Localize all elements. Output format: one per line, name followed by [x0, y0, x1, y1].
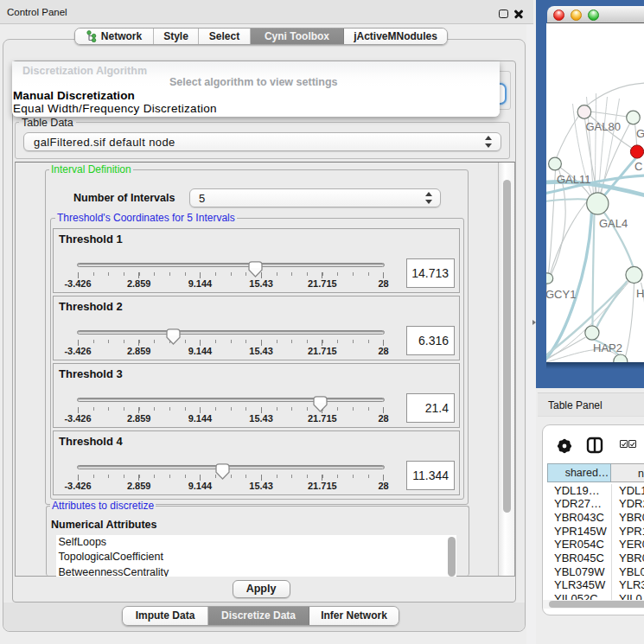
- svg-text:GAL80: GAL80: [585, 120, 620, 133]
- svg-text:GAL11: GAL11: [557, 173, 591, 186]
- svg-text:C: C: [634, 160, 642, 173]
- svg-text:HI: HI: [636, 287, 644, 300]
- svg-text:HAP2: HAP2: [593, 341, 622, 354]
- svg-text:GAL4: GAL4: [599, 217, 628, 230]
- svg-text:GCY1: GCY1: [546, 288, 576, 301]
- svg-text:GA: GA: [636, 127, 644, 140]
